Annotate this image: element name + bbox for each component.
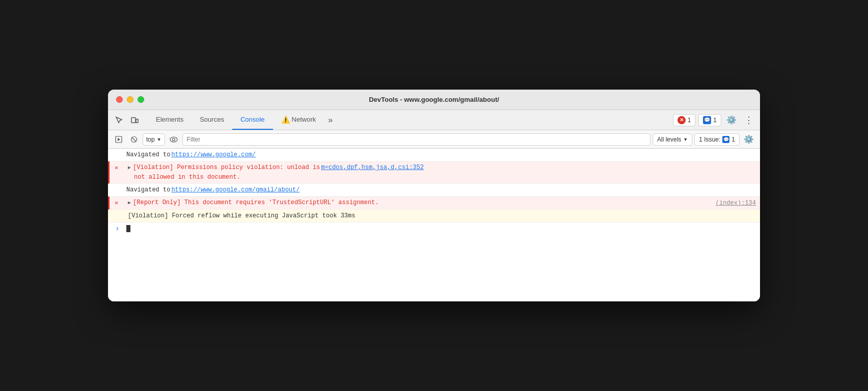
nav-text-2: Navigated to	[126, 185, 170, 194]
context-selector[interactable]: top ▼	[143, 133, 165, 146]
titlebar: DevTools - www.google.com/gmail/about/	[108, 90, 760, 110]
console-output: Navigated to https://www.google.com/ ✕ ▶…	[108, 149, 760, 301]
error-badge: ✕	[677, 116, 686, 124]
svg-line-5	[132, 137, 136, 142]
maximize-button[interactable]	[138, 96, 144, 103]
console-entry-3: Navigated to https://www.google.com/gmai…	[108, 184, 760, 197]
console-toolbar: top ▼ All levels ▼ 1 Issue: 💬 1 ⚙️	[108, 130, 760, 149]
tab-elements[interactable]: Elements	[148, 110, 192, 130]
select-element-button[interactable]	[112, 113, 126, 127]
issue-badge-icon: 💬	[722, 136, 729, 143]
device-toolbar-button[interactable]	[127, 113, 142, 127]
error-text-1: [Violation] Permissions policy violation…	[133, 163, 320, 172]
error-line-2: ▶ [Report Only] This document requires '…	[128, 198, 712, 208]
log-levels-selector[interactable]: All levels ▼	[653, 133, 692, 146]
error-text-1b: not allowed in this document.	[134, 173, 240, 182]
expand-arrow-1[interactable]: ▶	[128, 163, 131, 173]
context-label: top	[146, 136, 155, 143]
error-icon-1: ✕	[115, 163, 118, 173]
issues-button[interactable]: 1 Issue: 💬 1	[694, 133, 740, 146]
close-button[interactable]	[116, 96, 123, 103]
toolbar-right: ✕ 1 💬 1 ⚙️ ⋮	[673, 113, 756, 127]
error-link-1[interactable]: m=cdos,dpf,hsm,jsa,d,csi:352	[321, 163, 424, 172]
tab-console[interactable]: Console	[232, 110, 273, 130]
svg-rect-1	[136, 119, 138, 123]
toolbar-icons	[112, 113, 142, 127]
expand-arrow-2[interactable]: ▶	[128, 199, 131, 208]
svg-marker-3	[118, 138, 120, 141]
devtools-window: DevTools - www.google.com/gmail/about/ E…	[108, 90, 760, 301]
traffic-lights	[116, 96, 144, 103]
console-entry-5: [Violation] Forced reflow while executin…	[108, 210, 760, 222]
run-script-button[interactable]	[112, 133, 125, 146]
issue-count: 1	[731, 136, 735, 143]
eye-button[interactable]	[167, 133, 180, 146]
error-line-1b: not allowed in this document.	[128, 173, 756, 182]
error-content-2: ▶ [Report Only] This document requires '…	[128, 198, 756, 208]
warning-icon: ⚠️	[281, 116, 290, 124]
filter-input[interactable]	[182, 133, 650, 146]
tab-sources[interactable]: Sources	[192, 110, 232, 130]
tab-list: Elements Sources Console ⚠️ Network »	[148, 110, 671, 130]
console-entry-2: ✕ ▶ [Violation] Permissions policy viola…	[108, 161, 760, 184]
console-entry-4: ✕ ▶ [Report Only] This document requires…	[108, 197, 760, 210]
nav-link-1[interactable]: https://www.google.com/	[171, 150, 256, 159]
console-prompt[interactable]: ›	[108, 222, 760, 235]
chevron-down-icon: ▼	[157, 137, 161, 142]
warning-text-1: [Violation] Forced reflow while executin…	[128, 211, 355, 220]
console-line-1: Navigated to https://www.google.com/	[126, 150, 756, 159]
message-count: 1	[713, 117, 717, 124]
console-settings-button[interactable]: ⚙️	[742, 132, 756, 147]
error-source-link[interactable]: (index):134	[716, 199, 756, 208]
issue-label: 1 Issue:	[699, 136, 720, 143]
error-line-1: ▶ [Violation] Permissions policy violati…	[128, 163, 756, 173]
more-options-button[interactable]: ⋮	[742, 113, 756, 127]
nav-link-2[interactable]: https://www.google.com/gmail/about/	[171, 185, 300, 194]
console-entry-1: Navigated to https://www.google.com/	[108, 149, 760, 161]
error-content-1: ▶ [Violation] Permissions policy violati…	[128, 163, 756, 182]
clear-console-button[interactable]	[127, 133, 141, 146]
more-tabs-button[interactable]: »	[324, 110, 337, 130]
main-toolbar: Elements Sources Console ⚠️ Network » ✕ …	[108, 110, 760, 130]
error-icon-2: ✕	[115, 199, 118, 208]
error-text-2: [Report Only] This document requires 'Tr…	[133, 198, 378, 207]
svg-rect-0	[131, 118, 135, 123]
minimize-button[interactable]	[127, 96, 133, 103]
console-line-3: Navigated to https://www.google.com/gmai…	[126, 185, 756, 194]
window-title: DevTools - www.google.com/gmail/about/	[369, 96, 499, 103]
svg-point-6	[170, 137, 177, 142]
prompt-cursor	[126, 225, 130, 232]
error-count: 1	[688, 117, 691, 124]
settings-button[interactable]: ⚙️	[724, 113, 739, 127]
console-line-5: [Violation] Forced reflow while executin…	[128, 211, 756, 220]
error-count-button[interactable]: ✕ 1	[673, 114, 696, 126]
message-badge: 💬	[703, 116, 711, 124]
message-count-button[interactable]: 💬 1	[698, 114, 721, 126]
chevron-down-icon: ▼	[683, 137, 688, 142]
nav-text-1: Navigated to	[126, 150, 170, 159]
svg-point-7	[172, 138, 175, 141]
tab-network[interactable]: ⚠️ Network	[273, 110, 324, 130]
prompt-arrow-icon: ›	[115, 225, 119, 233]
levels-label: All levels	[657, 136, 681, 143]
